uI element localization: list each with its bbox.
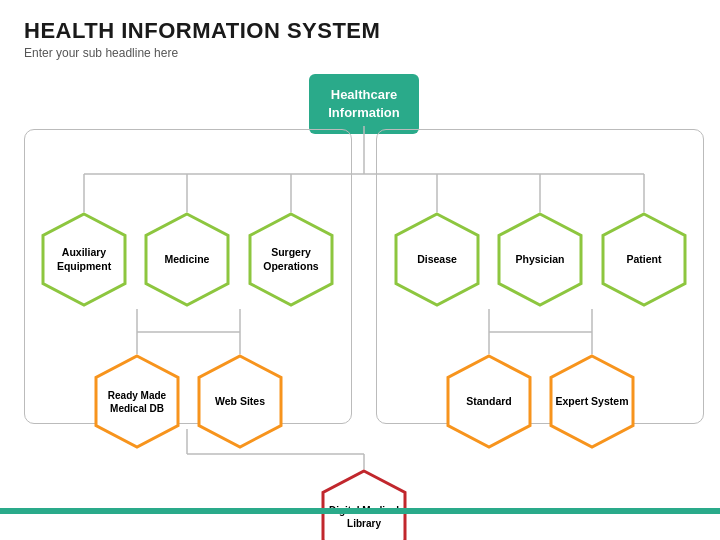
hex-medicine: Medicine — [144, 212, 230, 307]
hex-digital: Digital Medical Library — [321, 469, 407, 540]
hex-websites-label: Web Sites — [197, 354, 283, 449]
top-node: HealthcareInformation — [309, 74, 419, 134]
top-node-label: HealthcareInformation — [328, 87, 400, 120]
hex-auxiliary-label: Auxiliary Equipment — [41, 212, 127, 307]
hex-readymade: Ready Made Medical DB — [94, 354, 180, 449]
page: HEALTH INFORMATION SYSTEM Enter your sub… — [0, 0, 720, 540]
hex-medicine-label: Medicine — [144, 212, 230, 307]
hex-expert: Expert System — [549, 354, 635, 449]
hex-digital-label: Digital Medical Library — [321, 469, 407, 540]
hex-surgery-label: Surgery Operations — [248, 212, 334, 307]
hex-standard: Standard — [446, 354, 532, 449]
hex-physician: Physician — [497, 212, 583, 307]
hex-surgery: Surgery Operations — [248, 212, 334, 307]
diagram-area: HealthcareInformation — [24, 74, 696, 504]
bottom-bar — [0, 508, 720, 514]
hex-patient-label: Patient — [601, 212, 687, 307]
hex-patient: Patient — [601, 212, 687, 307]
hex-expert-label: Expert System — [549, 354, 635, 449]
hex-auxiliary: Auxiliary Equipment — [41, 212, 127, 307]
hex-websites: Web Sites — [197, 354, 283, 449]
hex-disease: Disease — [394, 212, 480, 307]
subtitle: Enter your sub headline here — [24, 46, 696, 60]
title: HEALTH INFORMATION SYSTEM — [24, 18, 696, 44]
hex-standard-label: Standard — [446, 354, 532, 449]
hex-disease-label: Disease — [394, 212, 480, 307]
hex-physician-label: Physician — [497, 212, 583, 307]
hex-readymade-label: Ready Made Medical DB — [94, 354, 180, 449]
